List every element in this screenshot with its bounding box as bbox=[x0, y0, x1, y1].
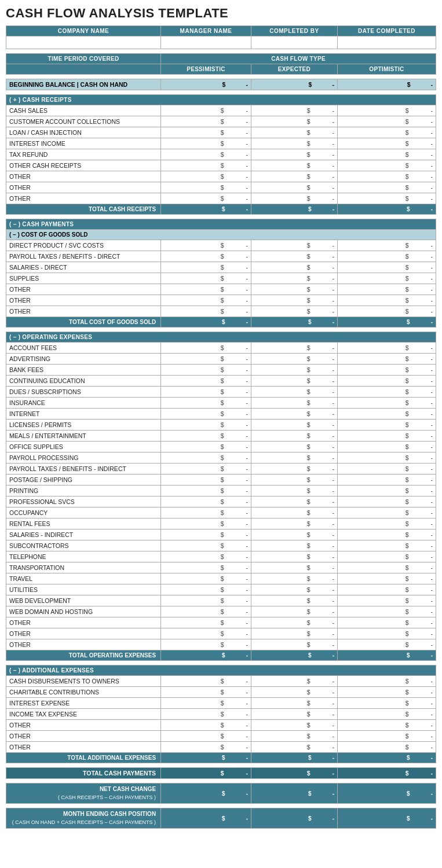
table-row: LICENSES / PERMITS $ - $ - $ - bbox=[6, 420, 436, 431]
web-domain-label: WEB DOMAIN AND HOSTING bbox=[6, 606, 161, 617]
cogs-other1-label: OTHER bbox=[6, 284, 161, 295]
table-row: MEALS / ENTERTAINMENT $ - $ - $ - bbox=[6, 431, 436, 442]
table-row: PROFESSIONAL SVCS $ - $ - $ - bbox=[6, 496, 436, 507]
table-row: TRANSPORTATION $ - $ - $ - bbox=[6, 562, 436, 573]
receipts-other1-label: OTHER bbox=[6, 171, 161, 182]
cogs-other2-label: OTHER bbox=[6, 295, 161, 306]
total-cogs-pessimistic: $ - bbox=[161, 317, 251, 328]
cash-sales-optimistic[interactable]: $ - bbox=[337, 105, 436, 116]
table-row: OCCUPANCY $ - $ - $ - bbox=[6, 507, 436, 518]
total-cash-payments-pessimistic: $ - bbox=[161, 768, 251, 779]
table-row: SALARIES - INDIRECT $ - $ - $ - bbox=[6, 529, 436, 540]
direct-product-label: DIRECT PRODUCT / SVC COSTS bbox=[6, 240, 161, 251]
month-ending-label: MONTH ENDING CASH POSITION ( CASH ON HAN… bbox=[6, 808, 161, 829]
table-row: UTILITIES $ - $ - $ - bbox=[6, 584, 436, 595]
table-row: OTHER $ - $ - $ - bbox=[6, 628, 436, 639]
completed-by-input[interactable] bbox=[251, 36, 337, 49]
table-row: TRAVEL $ - $ - $ - bbox=[6, 573, 436, 584]
table-row: INTERNET $ - $ - $ - bbox=[6, 409, 436, 420]
table-row: OTHER $ - $ - $ - bbox=[6, 182, 436, 193]
expected-label: EXPECTED bbox=[251, 64, 337, 75]
manager-name-input[interactable] bbox=[161, 36, 251, 49]
net-cash-expected: $ - bbox=[251, 784, 337, 804]
receipts-other3-label: OTHER bbox=[6, 193, 161, 204]
addexp-other1-label: OTHER bbox=[6, 720, 161, 731]
opex-other3-label: OTHER bbox=[6, 639, 161, 650]
customer-collections-pessimistic[interactable]: $ - bbox=[161, 116, 251, 127]
net-cash-change-label: NET CASH CHANGE ( CASH RECEIPTS – CASH P… bbox=[6, 784, 161, 804]
other-cash-receipts-label: OTHER CASH RECEIPTS bbox=[6, 160, 161, 171]
table-row: OTHER $ - $ - $ - bbox=[6, 720, 436, 731]
table-row: INCOME TAX EXPENSE $ - $ - $ - bbox=[6, 709, 436, 720]
table-row: PAYROLL TAXES / BENEFITS - DIRECT $ - $ … bbox=[6, 251, 436, 262]
opex-other1-label: OTHER bbox=[6, 617, 161, 628]
bank-fees-label: BANK FEES bbox=[6, 365, 161, 376]
table-row: OTHER $ - $ - $ - bbox=[6, 742, 436, 753]
opex-header: ( – ) OPERATING EXPENSES bbox=[6, 332, 436, 343]
interest-income-label: INTEREST INCOME bbox=[6, 138, 161, 149]
table-row: SUBCONTRACTORS $ - $ - $ - bbox=[6, 540, 436, 551]
table-row: TAX REFUND $ - $ - $ - bbox=[6, 149, 436, 160]
postage-shipping-label: POSTAGE / SHIPPING bbox=[6, 475, 161, 486]
cash-sales-pessimistic[interactable]: $ - bbox=[161, 105, 251, 116]
table-row: DIRECT PRODUCT / SVC COSTS $ - $ - $ - bbox=[6, 240, 436, 251]
addexp-header: ( – ) ADDITIONAL EXPENSES bbox=[6, 665, 436, 676]
total-cash-receipts-expected: $ - bbox=[251, 204, 337, 215]
time-period-label: TIME PERIOD COVERED bbox=[6, 54, 161, 64]
printing-label: PRINTING bbox=[6, 486, 161, 496]
table-row: SALARIES - DIRECT $ - $ - $ - bbox=[6, 262, 436, 273]
date-completed-input[interactable] bbox=[337, 36, 436, 49]
cogs-header: ( – ) COST OF GOODS SOLD bbox=[6, 230, 436, 240]
table-row: INTEREST EXPENSE $ - $ - $ - bbox=[6, 698, 436, 709]
total-cogs-expected: $ - bbox=[251, 317, 337, 328]
page-title: CASH FLOW ANALYSIS TEMPLATE bbox=[6, 6, 436, 21]
cash-receipts-header: ( + ) CASH RECEIPTS bbox=[6, 95, 436, 105]
customer-collections-optimistic[interactable]: $ - bbox=[337, 116, 436, 127]
company-name-input[interactable] bbox=[6, 36, 161, 49]
table-row: OTHER CASH RECEIPTS $ - $ - $ - bbox=[6, 160, 436, 171]
office-supplies-label: OFFICE SUPPLIES bbox=[6, 442, 161, 453]
professional-svcs-label: PROFESSIONAL SVCS bbox=[6, 496, 161, 507]
account-fees-label: ACCOUNT FEES bbox=[6, 343, 161, 354]
table-row: WEB DOMAIN AND HOSTING $ - $ - $ - bbox=[6, 606, 436, 617]
cash-sales-expected[interactable]: $ - bbox=[251, 105, 337, 116]
table-row: OTHER $ - $ - $ - bbox=[6, 193, 436, 204]
total-addexp-expected: $ - bbox=[251, 753, 337, 763]
utilities-label: UTILITIES bbox=[6, 584, 161, 595]
total-opex-optimistic: $ - bbox=[337, 650, 436, 661]
date-completed-header: DATE COMPLETED bbox=[337, 26, 436, 36]
payroll-processing-label: PAYROLL PROCESSING bbox=[6, 453, 161, 464]
table-row: POSTAGE / SHIPPING $ - $ - $ - bbox=[6, 475, 436, 486]
time-period-value[interactable] bbox=[6, 64, 161, 75]
total-cash-payments-expected: $ - bbox=[251, 768, 337, 779]
salaries-direct-label: SALARIES - DIRECT bbox=[6, 262, 161, 273]
table-row: OTHER $ - $ - $ - bbox=[6, 306, 436, 317]
internet-label: INTERNET bbox=[6, 409, 161, 420]
customer-collections-expected[interactable]: $ - bbox=[251, 116, 337, 127]
table-row: RENTAL FEES $ - $ - $ - bbox=[6, 518, 436, 529]
payroll-direct-label: PAYROLL TAXES / BENEFITS - DIRECT bbox=[6, 251, 161, 262]
total-cash-receipts-optimistic: $ - bbox=[337, 204, 436, 215]
beginning-balance-pessimistic[interactable]: $ - bbox=[161, 79, 251, 90]
total-cogs-optimistic: $ - bbox=[337, 317, 436, 328]
cash-flow-type-label: CASH FLOW TYPE bbox=[161, 54, 436, 64]
addexp-other2-label: OTHER bbox=[6, 731, 161, 742]
month-ending-optimistic: $ - bbox=[337, 808, 436, 829]
table-row: DUES / SUBSCRIPTIONS $ - $ - $ - bbox=[6, 387, 436, 398]
supplies-label: SUPPLIES bbox=[6, 273, 161, 284]
net-cash-pessimistic: $ - bbox=[161, 784, 251, 804]
total-cash-receipts-label: TOTAL CASH RECEIPTS bbox=[6, 204, 161, 215]
table-row: WEB DEVELOPMENT $ - $ - $ - bbox=[6, 595, 436, 606]
beginning-balance-optimistic[interactable]: $ - bbox=[337, 79, 436, 90]
pessimistic-label: PESSIMISTIC bbox=[161, 64, 251, 75]
total-opex-expected: $ - bbox=[251, 650, 337, 661]
manager-name-header: MANAGER NAME bbox=[161, 26, 251, 36]
loan-injection-label: LOAN / CASH INJECTION bbox=[6, 127, 161, 138]
beginning-balance-expected[interactable]: $ - bbox=[251, 79, 337, 90]
licenses-permits-label: LICENSES / PERMITS bbox=[6, 420, 161, 431]
table-row: CASH DISBURSEMENTS TO OWNERS $ - $ - $ - bbox=[6, 676, 436, 687]
month-ending-pessimistic: $ - bbox=[161, 808, 251, 829]
charitable-contributions-label: CHARITABLE CONTRIBUTIONS bbox=[6, 687, 161, 698]
table-row: OTHER $ - $ - $ - bbox=[6, 639, 436, 650]
table-row: ACCOUNT FEES $ - $ - $ - bbox=[6, 343, 436, 354]
